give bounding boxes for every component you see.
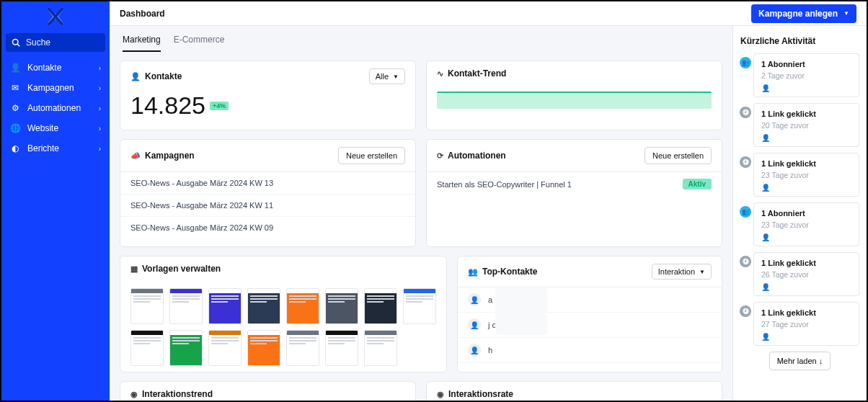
automation-row[interactable]: Starten als SEO-Copywriter | Funnel 1 Ak…	[427, 172, 722, 196]
trend-chart	[437, 91, 712, 109]
template-thumbnail[interactable]	[130, 288, 164, 324]
status-badge: Aktiv	[683, 179, 712, 189]
sidebar-item-automationen[interactable]: ⚙Automationen›	[1, 98, 110, 118]
logo	[1, 1, 110, 33]
activity-time: 23 Tage zuvor	[761, 171, 851, 179]
template-thumbnail[interactable]	[208, 330, 242, 366]
sidebar-item-website[interactable]: 🌐Website›	[1, 118, 110, 138]
activity-list: 👥1 Abonniert2 Tage zuvor👤🕘1 Link geklick…	[753, 53, 859, 346]
campaigns-title: Kampagnen	[145, 151, 195, 161]
template-thumbnail[interactable]	[247, 330, 280, 366]
tab-ecommerce[interactable]: E-Commerce	[174, 35, 225, 52]
campaigns-list: SEO-News - Ausgabe März 2024 KW 13SEO-Ne…	[120, 172, 415, 238]
activity-title: 1 Link geklickt	[761, 259, 851, 267]
arrow-down-icon: ↓	[819, 357, 823, 365]
template-thumbnail[interactable]	[247, 288, 280, 324]
topcontact-row[interactable]: 👤h	[458, 338, 722, 363]
search-icon	[12, 38, 20, 47]
template-thumbnail[interactable]	[403, 288, 436, 324]
activity-user-icon: 👤	[761, 333, 851, 341]
topcontacts-filter-select[interactable]: Interaktion▼	[652, 264, 712, 280]
activity-item[interactable]: 👥1 Abonniert2 Tage zuvor👤	[753, 53, 859, 97]
activity-user-icon: 👤	[761, 184, 851, 192]
topcontacts-title: Top-Kontakte	[482, 267, 537, 277]
search-label: Suche	[26, 37, 50, 48]
subscribe-icon: 👥	[740, 57, 751, 68]
svg-line-1	[17, 44, 19, 46]
sidebar-item-label: Kampagnen	[27, 83, 74, 93]
main: Marketing E-Commerce 👤Kontakte Alle▼ 14.…	[110, 26, 867, 401]
grid-icon: ▦	[130, 264, 138, 274]
logo-icon	[45, 6, 66, 27]
campaign-row[interactable]: SEO-News - Ausgabe März 2024 KW 13	[120, 172, 415, 195]
chevron-right-icon: ›	[99, 145, 101, 153]
new-campaign-button[interactable]: Neue erstellen	[338, 147, 405, 164]
campaign-row[interactable]: SEO-News - Ausgabe März 2024 KW 11	[120, 195, 415, 217]
header: Dashboard Kampagne anlegen ▼	[110, 1, 867, 26]
caret-down-icon: ▼	[699, 269, 705, 275]
activity-item[interactable]: 🕘1 Link geklickt23 Tage zuvor👤	[753, 153, 859, 197]
template-thumbnail[interactable]	[130, 330, 164, 366]
trend-title: Kontakt-Trend	[448, 68, 506, 79]
inter-rate-title: Interaktionsrate	[448, 389, 513, 399]
activity-title: 1 Link geklickt	[761, 110, 851, 118]
campaign-row[interactable]: SEO-News - Ausgabe März 2024 KW 09	[120, 217, 415, 238]
load-more-button[interactable]: Mehr laden ↓	[769, 352, 831, 370]
template-thumbnail[interactable]	[325, 288, 358, 324]
template-thumbnail[interactable]	[286, 330, 319, 366]
activity-item[interactable]: 🕘1 Link geklickt27 Tage zuvor👤	[753, 302, 859, 346]
new-automation-button[interactable]: Neue erstellen	[645, 147, 712, 164]
refresh-icon: ⟳	[437, 151, 443, 161]
template-thumbnail[interactable]	[364, 330, 397, 366]
templates-card: ▦Vorlagen verwalten	[120, 256, 447, 372]
sidebar-item-berichte[interactable]: ◐Berichte›	[1, 138, 110, 158]
template-thumbnail[interactable]	[169, 288, 203, 324]
sidebar-item-label: Berichte	[27, 143, 59, 153]
tab-marketing[interactable]: Marketing	[123, 35, 161, 52]
chevron-right-icon: ›	[99, 125, 101, 133]
avatar: 👤	[468, 344, 481, 357]
activity-user-icon: 👤	[761, 233, 851, 241]
template-thumbnail[interactable]	[286, 288, 319, 324]
contacts-filter-select[interactable]: Alle▼	[369, 68, 405, 84]
svg-point-0	[13, 40, 19, 45]
topcontacts-list: 👤a mail.com👤j com👤h	[458, 287, 722, 363]
delta-badge: +4%	[210, 102, 229, 110]
trend-icon: ∿	[437, 69, 443, 79]
create-campaign-label: Kampagne anlegen	[758, 9, 838, 19]
interaction-rate-card: ◉Interaktionsrate 78%	[426, 381, 722, 401]
activity-user-icon: 👤	[761, 283, 851, 291]
sidebar-item-kontakte[interactable]: 👤Kontakte›	[1, 58, 110, 78]
activity-heading: Kürzliche Aktivität	[740, 36, 859, 46]
activity-time: 23 Tage zuvor	[761, 220, 851, 229]
click-icon: 🕘	[740, 305, 751, 317]
contact-trend-card: ∿Kontakt-Trend	[426, 61, 722, 130]
template-thumbnail[interactable]	[208, 288, 242, 324]
avatar: 👤	[468, 293, 481, 306]
sidebar-item-kampagnen[interactable]: ✉Kampagnen›	[1, 78, 110, 98]
search-input[interactable]: Suche	[6, 33, 105, 52]
sidebar-item-label: Automationen	[27, 103, 81, 113]
activity-item[interactable]: 👥1 Abonniert23 Tage zuvor👤	[753, 202, 859, 246]
interaction-trend-card: ◉Interaktionstrend	[120, 381, 416, 401]
automations-title: Automationen	[448, 151, 506, 161]
activity-time: 2 Tage zuvor	[761, 71, 851, 80]
chart-icon: ◐	[10, 143, 20, 153]
sidebar: Suche 👤Kontakte›✉Kampagnen›⚙Automationen…	[1, 1, 110, 401]
activity-title: 1 Link geklickt	[761, 308, 851, 317]
click-icon: 🕘	[740, 107, 751, 118]
activity-panel: Kürzliche Aktivität 👥1 Abonniert2 Tage z…	[732, 26, 867, 401]
contacts-title: Kontakte	[145, 71, 182, 81]
activity-item[interactable]: 🕘1 Link geklickt20 Tage zuvor👤	[753, 103, 859, 147]
template-thumbnail[interactable]	[169, 330, 203, 366]
activity-time: 26 Tage zuvor	[761, 270, 851, 279]
globe-icon: 🌐	[10, 123, 20, 133]
click-icon: 🕘	[740, 256, 751, 267]
people-icon: 👥	[468, 267, 478, 277]
create-campaign-button[interactable]: Kampagne anlegen ▼	[751, 4, 856, 23]
template-thumbnail[interactable]	[364, 288, 397, 324]
template-thumbnail[interactable]	[325, 330, 358, 366]
activity-item[interactable]: 🕘1 Link geklickt26 Tage zuvor👤	[753, 252, 859, 296]
topcontacts-card: 👥Top-Kontakte Interaktion▼ 👤a mail.com👤j…	[457, 256, 722, 372]
page-title: Dashboard	[120, 9, 165, 19]
